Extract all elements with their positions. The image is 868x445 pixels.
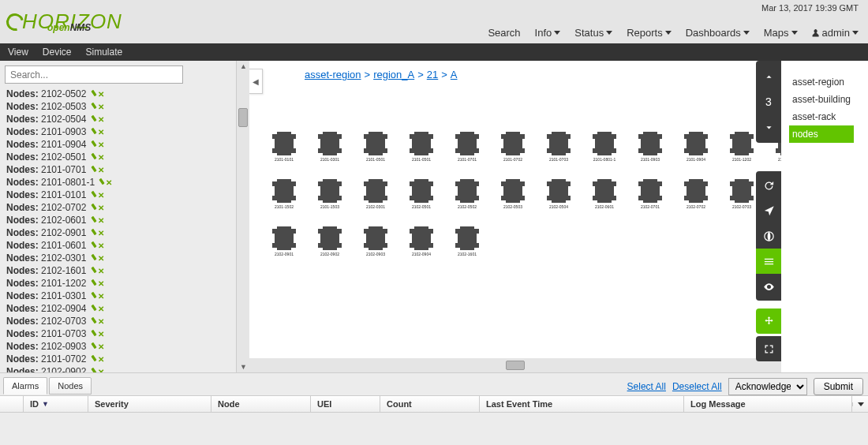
col-severity[interactable]: Severity <box>88 396 211 412</box>
node-list-item[interactable]: Nodes: 2101-0903 ✕ <box>6 126 236 139</box>
node-cell[interactable]: 2102-0901 <box>269 226 299 256</box>
col-checkbox[interactable] <box>0 396 24 412</box>
search-input[interactable] <box>5 65 183 84</box>
layer-item[interactable]: nodes <box>789 125 854 143</box>
horizontal-scrollbar[interactable] <box>249 358 781 372</box>
nav-dashboards[interactable]: Dashboards <box>686 27 750 39</box>
node-list-item[interactable]: Nodes: 2102-0501 ✕ <box>6 151 236 164</box>
breadcrumb-link[interactable]: region_A <box>373 69 414 80</box>
vertical-scrollbar[interactable]: ▲ ▼ <box>237 61 249 372</box>
pan-button[interactable] <box>756 309 781 334</box>
col-uei[interactable]: UEI <box>311 396 380 412</box>
breadcrumb-link[interactable]: 21 <box>427 69 438 80</box>
scroll-down-icon[interactable]: ▼ <box>240 363 247 371</box>
node-cell[interactable]: 2101-0903 <box>635 132 665 162</box>
node-cell[interactable]: 2101-1503 <box>315 179 345 209</box>
node-list-item[interactable]: Nodes: 2101-0702 ✕ <box>6 353 236 366</box>
col-log-message[interactable]: Log Message <box>684 396 852 412</box>
zoom-out-button[interactable] <box>756 114 781 140</box>
node-list-item[interactable]: Nodes: 2102-0504 ✕ <box>6 114 236 126</box>
refresh-button[interactable] <box>756 173 781 198</box>
menu-device[interactable]: Device <box>43 47 72 58</box>
node-list-item[interactable]: Nodes: 2102-0702 ✕ <box>6 202 236 215</box>
node-cell[interactable]: 2102-0503 <box>498 179 528 209</box>
col-node[interactable]: Node <box>211 396 311 412</box>
node-cell[interactable]: 2102-0502 <box>452 179 482 209</box>
zoom-in-button[interactable] <box>756 64 781 89</box>
scroll-up-icon[interactable]: ▲ <box>240 62 247 70</box>
node-cell[interactable]: 2102-0504 <box>544 179 574 209</box>
node-list-item[interactable]: Nodes: 2101-0801-1 ✕ <box>6 177 236 189</box>
node-list-item[interactable]: Nodes: 2102-0703 ✕ <box>6 316 236 328</box>
col-count[interactable]: Count <box>380 396 480 412</box>
layer-item[interactable]: asset-rack <box>789 108 854 125</box>
breadcrumb-link[interactable]: A <box>451 69 458 80</box>
node-cell[interactable]: 2101-0702 <box>498 132 528 162</box>
breadcrumb-link[interactable]: asset-region <box>305 69 361 80</box>
locate-button[interactable] <box>756 198 781 223</box>
node-cell[interactable]: 2101-1202 <box>727 132 757 162</box>
world-button[interactable] <box>756 223 781 249</box>
node-cell[interactable]: 2102-0902 <box>315 226 345 256</box>
node-list-item[interactable]: Nodes: 2102-0502 ✕ <box>6 88 236 101</box>
submit-button[interactable]: Submit <box>814 378 863 395</box>
nav-info[interactable]: Info <box>535 27 561 39</box>
layer-item[interactable]: asset-building <box>789 91 854 108</box>
node-list-item[interactable]: Nodes: 2102-0903 ✕ <box>6 341 236 353</box>
tab-alarms[interactable]: Alarms <box>3 377 47 395</box>
node-cell[interactable]: 2101-0703 <box>544 132 574 162</box>
nav-user[interactable]: admin <box>812 27 859 39</box>
col-last-event[interactable]: Last Event Time <box>480 396 684 412</box>
deselect-all-link[interactable]: Deselect All <box>672 381 722 392</box>
node-cell[interactable]: 2102-0301 <box>361 179 391 209</box>
layer-item[interactable]: asset-region <box>789 73 854 91</box>
node-cell[interactable]: 2102-0703 <box>727 179 757 209</box>
expand-columns-button[interactable] <box>852 402 868 406</box>
node-cell[interactable]: 2102-0904 <box>406 226 436 256</box>
node-cell[interactable]: 2101-0101 <box>269 132 299 162</box>
node-cell[interactable]: 2102-0601 <box>589 179 619 209</box>
collapse-sidebar-button[interactable]: ◀ <box>249 69 263 94</box>
menu-view[interactable]: View <box>8 47 28 58</box>
nav-maps[interactable]: Maps <box>764 27 798 39</box>
node-cell[interactable]: 2101-0801-1 <box>589 132 619 162</box>
col-id[interactable]: ID▼ <box>24 396 88 412</box>
nav-status[interactable]: Status <box>574 27 612 39</box>
nav-reports[interactable]: Reports <box>627 27 672 39</box>
hscroll-thumb[interactable] <box>506 361 525 370</box>
node-cell[interactable]: 2102-1601 <box>452 226 482 256</box>
node-list-item[interactable]: Nodes: 2102-0301 ✕ <box>6 252 236 265</box>
node-list-item[interactable]: Nodes: 2101-1202 ✕ <box>6 278 236 290</box>
node-list-item[interactable]: Nodes: 2102-1601 ✕ <box>6 265 236 278</box>
node-list-item[interactable]: Nodes: 2101-0703 ✕ <box>6 328 236 341</box>
node-cell[interactable]: 2102-0501 <box>406 179 436 209</box>
node-cell[interactable]: 2102-0702 <box>681 179 711 209</box>
node-cell[interactable]: 2102-0701 <box>635 179 665 209</box>
node-list-item[interactable]: Nodes: 2102-0503 ✕ <box>6 101 236 114</box>
scroll-thumb[interactable] <box>238 108 248 127</box>
action-select[interactable]: Acknowledge <box>728 378 807 395</box>
node-list-item[interactable]: Nodes: 2101-0101 ✕ <box>6 189 236 202</box>
node-cell[interactable]: 2101-0501 <box>406 132 436 162</box>
node-list-item[interactable]: Nodes: 2101-0904 ✕ <box>6 139 236 151</box>
node-list-item[interactable]: Nodes: 2101-0601 ✕ <box>6 240 236 252</box>
topology-canvas[interactable]: ◀ asset-region>region_A>21>A 2101-010121… <box>249 61 781 372</box>
node-cell[interactable]: 2101-0701 <box>452 132 482 162</box>
tab-nodes[interactable]: Nodes <box>49 377 92 395</box>
node-cell[interactable]: 2101-0501 <box>361 132 391 162</box>
node-cell[interactable]: 2101-0904 <box>681 132 711 162</box>
menu-simulate[interactable]: Simulate <box>85 47 122 58</box>
node-list-item[interactable]: Nodes: 2102-0601 ✕ <box>6 215 236 227</box>
node-list-item[interactable]: Nodes: 2101-0301 ✕ <box>6 290 236 303</box>
node-list-item[interactable]: Nodes: 2102-0902 ✕ <box>6 366 236 372</box>
list-button[interactable] <box>756 249 781 274</box>
node-cell[interactable]: 2101-1502 <box>269 179 299 209</box>
node-list-item[interactable]: Nodes: 2102-0901 ✕ <box>6 227 236 240</box>
node-list-item[interactable]: Nodes: 2102-0904 ✕ <box>6 303 236 316</box>
node-list-item[interactable]: Nodes: 2101-0701 ✕ <box>6 164 236 177</box>
node-list[interactable]: Nodes: 2102-0502 ✕Nodes: 2102-0503 ✕Node… <box>0 88 236 372</box>
select-all-link[interactable]: Select All <box>627 381 666 392</box>
node-cell[interactable]: 2102-0903 <box>361 226 391 256</box>
nav-search[interactable]: Search <box>488 27 520 39</box>
fullscreen-button[interactable] <box>756 336 781 361</box>
